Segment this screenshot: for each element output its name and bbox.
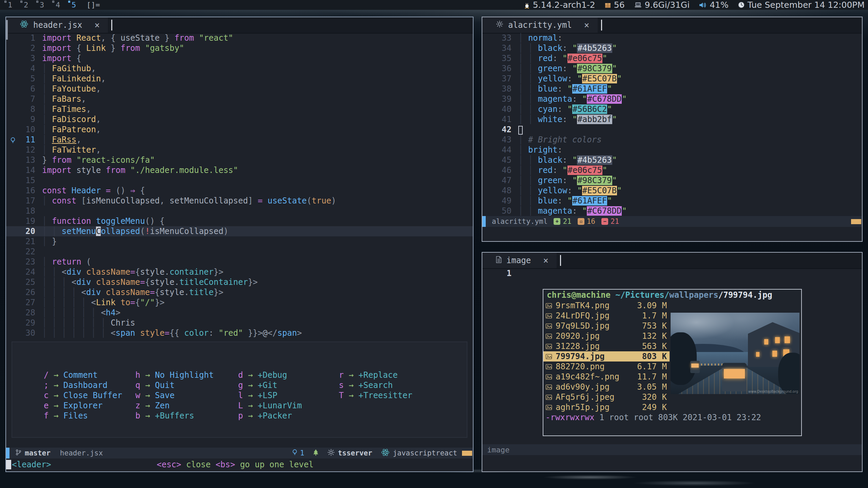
code-line-13[interactable]: 13} from "react-icons/fa": [6, 155, 473, 165]
code-line-40[interactable]: 40│ │ cyan: "#56B6C2": [482, 104, 862, 114]
code-line-23[interactable]: 23│ return (: [6, 257, 473, 267]
code-line-42[interactable]: 42: [482, 124, 862, 135]
code-line-45[interactable]: 45│ │ black: "#4b5263": [482, 155, 862, 165]
code-line-24[interactable]: 24│ │ <div className={style.container}>: [6, 267, 473, 277]
code-line-21[interactable]: 21│ }: [6, 236, 473, 247]
file-row-20920.jpg[interactable]: 20920.jpg132K: [543, 331, 670, 341]
code-line-48[interactable]: 48│ │ yellow: "#E5C07B": [482, 186, 862, 196]
code-line-14[interactable]: 14import style from "./header.module.les…: [6, 165, 473, 175]
tabline-cursor: [111, 20, 112, 31]
code-line-38[interactable]: 38│ │ blue: "#61AFEF": [482, 84, 862, 94]
whichkey-binding-;: ; → Dashboard: [44, 380, 122, 390]
file-row-a19c482f~.png[interactable]: a19c482f~.png11.7M: [543, 372, 670, 382]
code-line-22[interactable]: 22: [6, 247, 473, 257]
file-name: aghr5Ip.jpg: [556, 402, 631, 412]
code-line-27[interactable]: 27│ │ │ │ │ <Link to={"/"}>: [6, 297, 473, 308]
code-line-34[interactable]: 34│ │ black: "#4b5263": [482, 43, 862, 53]
file-row-ad6v90y.jpg[interactable]: ad6v90y.jpg3.05M: [543, 382, 670, 392]
line-text: [518, 124, 862, 135]
line-number: 22: [6, 247, 42, 257]
tab-header-jsx[interactable]: header.jsx ×: [6, 17, 108, 33]
code-line-12[interactable]: 12│ FaTwitter,: [6, 145, 473, 155]
code-line-7[interactable]: 7│ FaBars,: [6, 94, 473, 104]
line-text: │ FaYoutube,: [42, 84, 473, 94]
command-line[interactable]: <leader> <esc> close <bs> go up one leve…: [6, 458, 473, 471]
code-line-5[interactable]: 5│ FaLinkedin,: [6, 74, 473, 84]
workspace-indicator: [52, 1, 54, 3]
code-line-25[interactable]: 25│ │ │ <div className={style.titleConta…: [6, 277, 473, 287]
bar-module: 5.14.2-arch1-2: [524, 0, 595, 10]
code-line-1[interactable]: 1: [482, 268, 862, 278]
file-row-aghr5Ip.jpg[interactable]: aghr5Ip.jpg249K: [543, 402, 670, 412]
workspace-5[interactable]: 5: [66, 0, 82, 10]
file-row-AFq5r6j.jpeg[interactable]: AFq5r6j.jpeg320K: [543, 392, 670, 402]
workspace-1[interactable]: 1: [2, 0, 18, 10]
code-line-4[interactable]: 4│ FaGithub,: [6, 63, 473, 74]
file-row-97q9L5D.jpg[interactable]: 97q9L5D.jpg753K: [543, 321, 670, 331]
code-line-29[interactable]: 29│ │ │ │ │ │ │ Chris: [6, 318, 473, 328]
scroll-progress-thumb[interactable]: [851, 219, 861, 224]
code-line-35[interactable]: 35│ │ red: "#e06c75": [482, 53, 862, 63]
workspace-4[interactable]: 4: [50, 0, 66, 10]
code-line-15[interactable]: 15: [6, 175, 473, 186]
file-row-9rsmTK4.png[interactable]: 9rsmTK4.png3.09M: [543, 300, 670, 311]
code-line-46[interactable]: 46│ │ red: "#e06c75": [482, 165, 862, 175]
file-size-unit: K: [657, 402, 670, 412]
git-removed-count: 21: [611, 217, 619, 226]
close-icon[interactable]: ×: [584, 20, 590, 30]
close-icon[interactable]: ×: [543, 255, 548, 266]
code-line-30[interactable]: 30│ │ │ │ │ │ │ <span style={{ color: "r…: [6, 328, 473, 338]
layout-symbol[interactable]: []=: [86, 1, 100, 9]
filetype-label: javascriptreact: [393, 449, 457, 457]
line-number: 25: [6, 277, 42, 287]
tab-image[interactable]: image ×: [482, 253, 557, 268]
file-name: ad6v90y.jpg: [556, 382, 631, 392]
tab-alacritty-yml[interactable]: alacritty.yml ×: [482, 17, 598, 33]
line-number: 12: [6, 145, 42, 155]
code-line-11[interactable]: 11│ FaRss,: [6, 135, 473, 145]
line-text: } from "react-icons/fa": [42, 155, 473, 165]
code-line-10[interactable]: 10│ FaPatreon,: [6, 124, 473, 135]
code-line-33[interactable]: 33│ normal:: [482, 33, 862, 43]
code-line-20[interactable]: 20│ │ setMenuCollapsed(!isMenuCollapsed): [6, 226, 473, 236]
line-text: │ │ magenta: "#C678DD": [518, 206, 862, 216]
bar-modules: 5.14.2-arch1-2569.6Gi/31Gi41%Tue Septemb…: [524, 0, 868, 10]
file-row-882720.png[interactable]: 882720.png6.17M: [543, 362, 670, 372]
code-line-50[interactable]: 50│ │ magenta: "#C678DD": [482, 206, 862, 216]
code-line-16[interactable]: 16const Header = () ⇒ {: [6, 186, 473, 196]
code-line-26[interactable]: 26│ │ │ │ <div className={style.title}>: [6, 287, 473, 297]
git-branch-name[interactable]: master: [25, 449, 51, 457]
line-text: │ FaPatreon,: [42, 124, 473, 135]
code-line-18[interactable]: 18: [6, 206, 473, 216]
code-line-41[interactable]: 41│ │ white: "#abb2bf": [482, 114, 862, 124]
scroll-progress-thumb[interactable]: [462, 451, 472, 456]
workspace-2[interactable]: 2: [18, 0, 34, 10]
code-line-43[interactable]: 43│ # Bright colors: [482, 135, 862, 145]
close-icon[interactable]: ×: [95, 20, 100, 30]
code-line-8[interactable]: 8│ FaTimes,: [6, 104, 473, 114]
scrollbar-thumb[interactable]: [6, 20, 8, 40]
line-number: 4: [6, 63, 42, 74]
code-line-49[interactable]: 49│ │ blue: "#61AFEF": [482, 196, 862, 206]
code-line-44[interactable]: 44│ bright:: [482, 145, 862, 155]
line-number: 48: [482, 186, 518, 196]
code-line-3[interactable]: 3import {: [6, 53, 473, 63]
workspace-indicator: [4, 1, 6, 3]
code-line-19[interactable]: 19│ function toggleMenu() {: [6, 216, 473, 226]
code-line-2[interactable]: 2import { Link } from "gatsby": [6, 43, 473, 53]
code-line-17[interactable]: 17│ const [isMenuCollapsed, setMenuColla…: [6, 196, 473, 206]
file-row-24LrDFQ.jpg[interactable]: 24LrDFQ.jpg1.7M: [543, 311, 670, 321]
code-line-9[interactable]: 9│ FaDiscord,: [6, 114, 473, 124]
code-line-1[interactable]: 1import React, { useState } from "react": [6, 33, 473, 43]
code-line-6[interactable]: 6│ FaYoutube,: [6, 84, 473, 94]
code-line-39[interactable]: 39│ │ magenta: "#C678DD": [482, 94, 862, 104]
file-row-799794.jpg[interactable]: 799794.jpg803K: [543, 351, 670, 362]
code-line-28[interactable]: 28│ │ │ │ │ │ <h4>: [6, 308, 473, 318]
tabline-cursor: [601, 20, 602, 31]
code-line-36[interactable]: 36│ │ green: "#98C379": [482, 63, 862, 74]
file-row-31228.jpg[interactable]: 31228.jpg563K: [543, 341, 670, 351]
workspace-3[interactable]: 3: [34, 0, 50, 10]
whichkey-binding-r: r → +Replace: [339, 370, 412, 380]
code-line-37[interactable]: 37│ │ yellow: "#E5C07B": [482, 74, 862, 84]
code-line-47[interactable]: 47│ │ green: "#98C379": [482, 175, 862, 186]
